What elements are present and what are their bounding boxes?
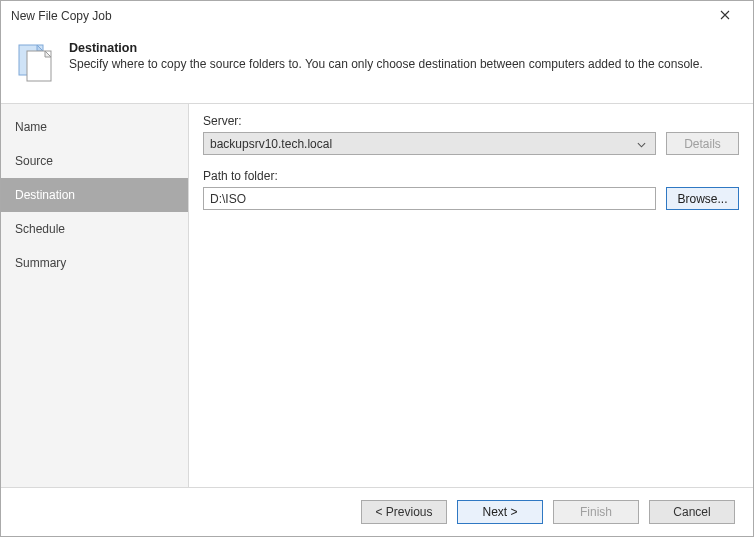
close-button[interactable] — [705, 2, 745, 30]
server-dropdown-value: backupsrv10.tech.local — [210, 137, 633, 151]
wizard-footer: < Previous Next > Finish Cancel — [1, 488, 753, 536]
path-field: Path to folder: Browse... — [203, 169, 739, 210]
wizard-sidebar: Name Source Destination Schedule Summary — [1, 104, 189, 487]
finish-button: Finish — [553, 500, 639, 524]
details-button: Details — [666, 132, 739, 155]
server-field: Server: backupsrv10.tech.local Details — [203, 114, 739, 155]
sidebar-step-destination[interactable]: Destination — [1, 178, 188, 212]
wizard-body: Name Source Destination Schedule Summary… — [1, 103, 753, 488]
header-text: Destination Specify where to copy the so… — [69, 39, 703, 71]
titlebar: New File Copy Job — [1, 1, 753, 31]
previous-button[interactable]: < Previous — [361, 500, 447, 524]
main-panel: Server: backupsrv10.tech.local Details P… — [189, 104, 753, 487]
window-title: New File Copy Job — [11, 9, 705, 23]
next-button[interactable]: Next > — [457, 500, 543, 524]
sidebar-step-schedule[interactable]: Schedule — [1, 212, 188, 246]
close-icon — [720, 9, 730, 23]
sidebar-step-name[interactable]: Name — [1, 110, 188, 144]
wizard-header: Destination Specify where to copy the so… — [1, 31, 753, 103]
dialog-window: New File Copy Job Destination Specify wh… — [0, 0, 754, 537]
path-input[interactable] — [203, 187, 656, 210]
header-subtitle: Specify where to copy the source folders… — [69, 57, 703, 71]
header-title: Destination — [69, 41, 703, 55]
browse-button[interactable]: Browse... — [666, 187, 739, 210]
chevron-down-icon — [633, 137, 649, 151]
files-icon — [13, 39, 59, 85]
sidebar-step-source[interactable]: Source — [1, 144, 188, 178]
server-dropdown[interactable]: backupsrv10.tech.local — [203, 132, 656, 155]
cancel-button[interactable]: Cancel — [649, 500, 735, 524]
sidebar-step-summary[interactable]: Summary — [1, 246, 188, 280]
path-label: Path to folder: — [203, 169, 739, 183]
server-label: Server: — [203, 114, 739, 128]
